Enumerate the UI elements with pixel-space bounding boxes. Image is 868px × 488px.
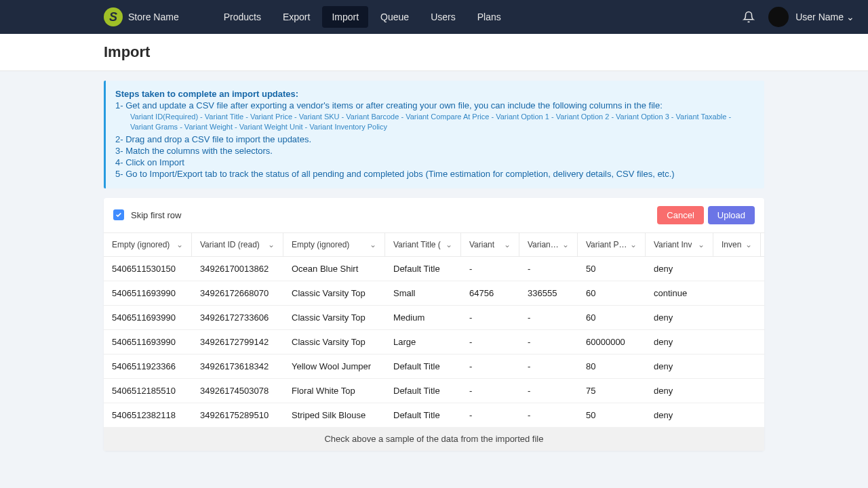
instructions-heading: Steps taken to complete an import update… bbox=[115, 89, 755, 99]
column-selector[interactable]: Variant Pric⌄ bbox=[578, 233, 646, 256]
nav-item-export[interactable]: Export bbox=[273, 6, 319, 28]
chevron-down-icon: ⌄ bbox=[370, 240, 376, 249]
chevron-down-icon: ⌄ bbox=[630, 240, 637, 249]
avatar bbox=[768, 7, 789, 27]
user-menu[interactable]: User Name ⌄ bbox=[768, 7, 854, 27]
instruction-step: 2- Drag and drop a CSV file to import th… bbox=[115, 134, 755, 144]
nav-item-import[interactable]: Import bbox=[322, 6, 368, 28]
preview-table: Empty (ignored)⌄Variant ID (read)⌄Empty … bbox=[104, 232, 764, 451]
nav-item-users[interactable]: Users bbox=[421, 6, 465, 28]
table-row: 540651192336634926173618342Yellow Wool J… bbox=[104, 354, 764, 379]
chevron-down-icon: ⌄ bbox=[176, 240, 183, 249]
table-row: 540651169399034926172733606Classic Varsi… bbox=[104, 306, 764, 330]
top-navbar: S Store Name ProductsExportImportQueueUs… bbox=[0, 0, 868, 34]
skip-first-row-label: Skip first row bbox=[131, 210, 181, 220]
page-title: Import bbox=[104, 43, 764, 61]
cancel-button[interactable]: Cancel bbox=[657, 206, 703, 224]
table-row: 540651169399034926172668070Classic Varsi… bbox=[104, 281, 764, 306]
nav-item-plans[interactable]: Plans bbox=[468, 6, 511, 28]
column-selector[interactable]: Variant B⌄ bbox=[519, 233, 578, 256]
chevron-down-icon: ⌄ bbox=[846, 12, 854, 22]
instruction-step: 3- Match the columns with the selectors. bbox=[115, 146, 755, 156]
chevron-down-icon: ⌄ bbox=[745, 240, 752, 249]
import-preview-card: Skip first row Cancel Upload Empty (igno… bbox=[104, 198, 764, 451]
chevron-down-icon: ⌄ bbox=[268, 240, 275, 249]
nav-item-products[interactable]: Products bbox=[214, 6, 271, 28]
user-name: User Name bbox=[795, 12, 844, 22]
chevron-down-icon: ⌄ bbox=[446, 240, 452, 249]
page-header: Import bbox=[0, 34, 868, 71]
column-selector[interactable]: Variant ID (read)⌄ bbox=[192, 233, 283, 256]
instruction-step: 1- Get and update a CSV file after expor… bbox=[115, 100, 755, 110]
column-selector[interactable]: Variant Title (⌄ bbox=[385, 233, 461, 256]
column-selector[interactable]: Empty (ignored)⌄ bbox=[104, 233, 192, 256]
instruction-step: 4- Click on Import bbox=[115, 157, 755, 167]
chevron-down-icon: ⌄ bbox=[562, 240, 569, 249]
nav-item-queue[interactable]: Queue bbox=[371, 6, 418, 28]
instruction-step: 5- Go to Import/Export tab to track the … bbox=[115, 169, 755, 179]
table-row: 540651238211834926175289510Striped Silk … bbox=[104, 403, 764, 427]
preview-table-footer: Check above a sample of the data from th… bbox=[104, 427, 764, 451]
brand-logo: S bbox=[104, 7, 123, 26]
chevron-down-icon: ⌄ bbox=[504, 240, 511, 249]
table-row: 540651169399034926172799142Classic Varsi… bbox=[104, 330, 764, 354]
instruction-columns-list: Variant ID(Required) - Variant Title - V… bbox=[115, 112, 755, 133]
skip-first-row-checkbox[interactable] bbox=[113, 209, 124, 220]
column-selector[interactable]: Inven⌄ bbox=[713, 233, 761, 256]
upload-button[interactable]: Upload bbox=[708, 206, 755, 224]
bell-icon[interactable] bbox=[743, 11, 755, 23]
store-name: Store Name bbox=[128, 12, 179, 22]
chevron-down-icon: ⌄ bbox=[698, 240, 705, 249]
column-selector[interactable]: Variant⌄ bbox=[461, 233, 519, 256]
instructions-panel: Steps taken to complete an import update… bbox=[104, 81, 764, 188]
table-row: 540651153015034926170013862Ocean Blue Sh… bbox=[104, 257, 764, 281]
table-row: 540651218551034926174503078Floral White … bbox=[104, 379, 764, 403]
column-selector[interactable]: Empty (ignored)⌄ bbox=[283, 233, 385, 256]
column-selector[interactable]: Variant Inv⌄ bbox=[646, 233, 713, 256]
